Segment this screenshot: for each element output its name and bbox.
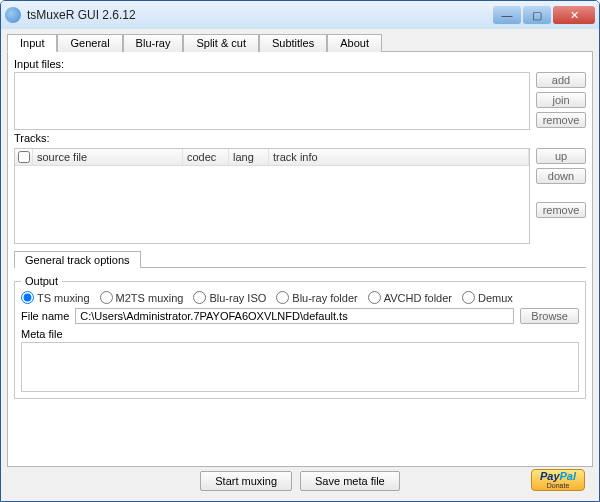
app-icon xyxy=(5,7,21,23)
spacer xyxy=(536,188,586,198)
file-name-input[interactable] xyxy=(75,308,514,324)
donate-label: Donate xyxy=(547,482,570,489)
close-button[interactable]: ✕ xyxy=(553,6,595,24)
input-files-label: Input files: xyxy=(14,58,586,70)
col-codec[interactable]: codec xyxy=(183,149,229,165)
col-trackinfo[interactable]: track info xyxy=(269,149,529,165)
tracks-label: Tracks: xyxy=(14,132,586,144)
col-checkbox[interactable] xyxy=(15,149,33,165)
tab-bluray[interactable]: Blu-ray xyxy=(123,34,184,52)
content-area: Input General Blu-ray Split & cut Subtit… xyxy=(1,29,599,501)
col-source[interactable]: source file xyxy=(33,149,183,165)
select-all-checkbox[interactable] xyxy=(18,151,30,163)
main-tabs: Input General Blu-ray Split & cut Subtit… xyxy=(7,33,593,51)
radio-m2ts-input[interactable] xyxy=(100,291,113,304)
browse-button[interactable]: Browse xyxy=(520,308,579,324)
tab-split[interactable]: Split & cut xyxy=(183,34,259,52)
meta-file-label: Meta file xyxy=(21,328,579,340)
radio-demux-input[interactable] xyxy=(462,291,475,304)
meta-file-box[interactable] xyxy=(21,342,579,392)
start-muxing-button[interactable]: Start muxing xyxy=(200,471,292,491)
maximize-button[interactable]: ▢ xyxy=(523,6,551,24)
tab-general[interactable]: General xyxy=(57,34,122,52)
track-options-tabs: General track options xyxy=(14,250,586,267)
radio-iso-input[interactable] xyxy=(193,291,206,304)
tracks-listview[interactable]: source file codec lang track info xyxy=(14,148,530,244)
remove-file-button[interactable]: remove xyxy=(536,112,586,128)
tab-subtitles[interactable]: Subtitles xyxy=(259,34,327,52)
minimize-button[interactable]: — xyxy=(493,6,521,24)
bottom-bar: Start muxing Save meta file PayPal Donat… xyxy=(7,467,593,495)
down-button[interactable]: down xyxy=(536,168,586,184)
up-button[interactable]: up xyxy=(536,148,586,164)
radio-m2ts[interactable]: M2TS muxing xyxy=(100,291,184,304)
remove-track-button[interactable]: remove xyxy=(536,202,586,218)
radio-iso[interactable]: Blu-ray ISO xyxy=(193,291,266,304)
radio-demux[interactable]: Demux xyxy=(462,291,513,304)
output-radios: TS muxing M2TS muxing Blu-ray ISO Blu-ra… xyxy=(21,291,579,304)
tab-page-input: Input files: add join remove Tracks: sou… xyxy=(7,51,593,467)
paypal-donate-button[interactable]: PayPal Donate xyxy=(531,469,585,491)
tab-general-track-options[interactable]: General track options xyxy=(14,251,141,268)
add-button[interactable]: add xyxy=(536,72,586,88)
radio-ts-input[interactable] xyxy=(21,291,34,304)
save-meta-button[interactable]: Save meta file xyxy=(300,471,400,491)
input-files-list[interactable] xyxy=(14,72,530,130)
window-title: tsMuxeR GUI 2.6.12 xyxy=(27,8,493,22)
paypal-logo: PayPal xyxy=(540,471,576,482)
tab-about[interactable]: About xyxy=(327,34,382,52)
output-legend: Output xyxy=(21,275,62,287)
join-button[interactable]: join xyxy=(536,92,586,108)
app-window: tsMuxeR GUI 2.6.12 — ▢ ✕ Input General B… xyxy=(0,0,600,502)
radio-bdfolder-input[interactable] xyxy=(276,291,289,304)
output-group: Output TS muxing M2TS muxing Blu-ray ISO… xyxy=(14,275,586,399)
tab-input[interactable]: Input xyxy=(7,34,57,52)
col-lang[interactable]: lang xyxy=(229,149,269,165)
radio-avchd[interactable]: AVCHD folder xyxy=(368,291,452,304)
radio-avchd-input[interactable] xyxy=(368,291,381,304)
tracks-header: source file codec lang track info xyxy=(15,149,529,166)
file-name-label: File name xyxy=(21,310,69,322)
radio-ts[interactable]: TS muxing xyxy=(21,291,90,304)
radio-bdfolder[interactable]: Blu-ray folder xyxy=(276,291,357,304)
title-bar[interactable]: tsMuxeR GUI 2.6.12 — ▢ ✕ xyxy=(1,1,599,29)
